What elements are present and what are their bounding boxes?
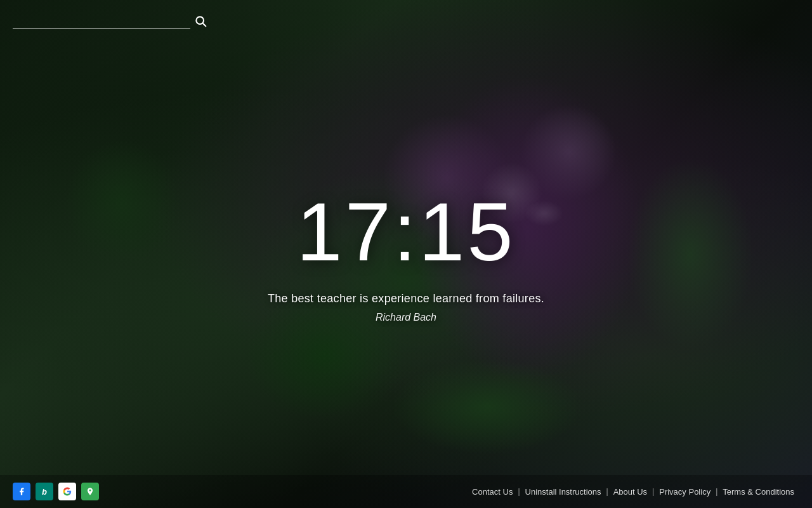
bottom-bar: b Contact Us | Uninstall Instructions | … xyxy=(0,475,812,508)
maps-icon[interactable] xyxy=(81,483,99,500)
center-content: 17:15 The best teacher is experience lea… xyxy=(268,190,544,323)
quote-text: The best teacher is experience learned f… xyxy=(268,292,544,305)
search-button[interactable] xyxy=(194,15,207,27)
footer-uninstall[interactable]: Uninstall Instructions xyxy=(520,487,606,497)
footer-about-us[interactable]: About Us xyxy=(608,487,652,497)
svg-line-1 xyxy=(203,23,206,26)
footer-terms[interactable]: Terms & Conditions xyxy=(717,487,799,497)
social-icons: b xyxy=(13,483,99,500)
search-icon xyxy=(194,15,207,27)
search-input[interactable] xyxy=(13,13,190,29)
facebook-icon[interactable] xyxy=(13,483,30,500)
search-bar xyxy=(13,13,207,29)
google-icon[interactable] xyxy=(58,483,76,500)
bing-icon[interactable]: b xyxy=(36,483,53,500)
footer-links: Contact Us | Uninstall Instructions | Ab… xyxy=(467,487,799,497)
footer-contact-us[interactable]: Contact Us xyxy=(467,487,518,497)
footer-privacy-policy[interactable]: Privacy Policy xyxy=(654,487,716,497)
quote-author: Richard Bach xyxy=(268,312,544,323)
clock-display: 17:15 xyxy=(268,190,544,273)
